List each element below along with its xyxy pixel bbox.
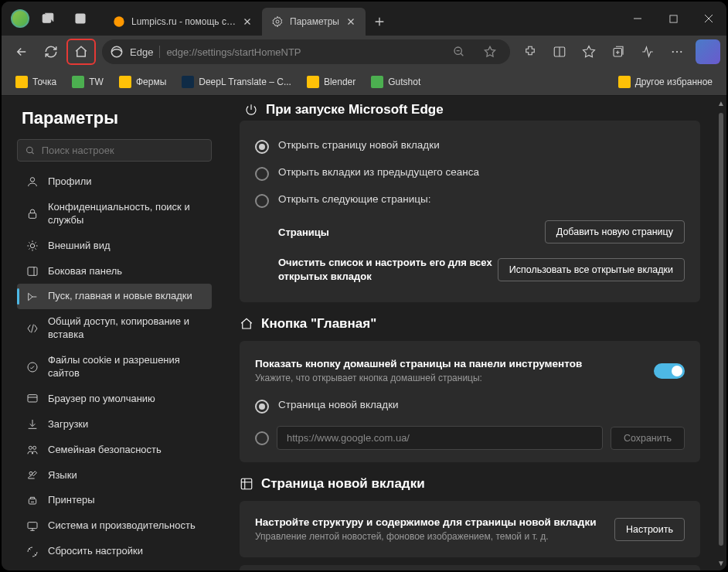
- sidebar-item-4[interactable]: Пуск, главная и новые вкладки: [17, 284, 212, 309]
- svg-rect-1: [76, 14, 85, 23]
- use-all-tabs-button[interactable]: Использовать все открытые вкладки: [498, 258, 685, 281]
- svg-point-3: [276, 20, 279, 23]
- bookmark-item[interactable]: Blender: [301, 73, 362, 91]
- customize-button[interactable]: Настроить: [614, 518, 685, 541]
- svg-rect-21: [29, 499, 36, 504]
- folder-icon: [618, 76, 631, 88]
- section-home-header: Кнопка "Главная": [240, 316, 700, 332]
- folder-icon: [15, 76, 28, 88]
- minimize-button[interactable]: [620, 2, 655, 36]
- sidebar-item-6[interactable]: Файлы cookie и разрешения сайтов: [17, 348, 212, 386]
- home-url-field[interactable]: https://www.google.com.ua/: [277, 426, 603, 450]
- radio-specific[interactable]: [255, 194, 269, 208]
- sidebar-item-2[interactable]: Внешний вид: [17, 233, 212, 259]
- home-card: Показать кнопку домашней страницы на пан…: [240, 341, 700, 462]
- home-toggle[interactable]: [654, 363, 685, 379]
- workspaces-icon[interactable]: [34, 6, 62, 31]
- extensions-icon[interactable]: [516, 39, 544, 64]
- nav-icon: [26, 520, 39, 533]
- address-bar[interactable]: Edge edge://settings/startHomeNTP: [102, 39, 510, 64]
- bookmark-item[interactable]: Фермы: [113, 73, 172, 91]
- scroll-thumb[interactable]: [719, 113, 723, 546]
- favorites-icon[interactable]: [575, 39, 603, 64]
- ntp-icon: [240, 477, 253, 491]
- scroll-up-icon[interactable]: ▲: [714, 96, 726, 111]
- profile-avatar[interactable]: [11, 9, 29, 28]
- sidebar-item-7[interactable]: Браузер по умолчанию: [17, 386, 212, 412]
- sidebar-item-8[interactable]: Загрузки: [17, 412, 212, 438]
- tab-settings[interactable]: Параметры: [262, 8, 366, 36]
- radio-home-url[interactable]: [255, 431, 269, 445]
- bookmark-item[interactable]: Gutshot: [365, 73, 427, 91]
- nav-icon: [26, 291, 39, 303]
- maximize-button[interactable]: [655, 2, 691, 36]
- bookmarks-bar: Точка TW Фермы DeepL Translate – С... Bl…: [2, 68, 726, 96]
- refresh-button[interactable]: [37, 39, 65, 64]
- nav-icon: [26, 361, 39, 373]
- bookmark-item[interactable]: DeepL Translate – С...: [175, 73, 298, 91]
- svg-point-12: [27, 147, 32, 152]
- sidebar-item-12[interactable]: Система и производительность: [17, 513, 212, 539]
- nav-icon: [26, 322, 39, 335]
- split-screen-icon[interactable]: [546, 39, 573, 64]
- sidebar-item-14[interactable]: Телефон и другие устройства: [17, 564, 212, 570]
- search-input[interactable]: [42, 145, 203, 156]
- nav-icon: [26, 175, 39, 188]
- site-icon: [182, 76, 194, 88]
- save-button[interactable]: Сохранить: [611, 427, 685, 450]
- sheet-icon: [72, 76, 84, 88]
- svg-point-11: [680, 51, 682, 53]
- close-window-button[interactable]: [691, 2, 726, 36]
- other-bookmarks[interactable]: Другое избранное: [612, 73, 719, 91]
- scroll-down-icon[interactable]: ▼: [714, 556, 726, 570]
- sidebar-item-3[interactable]: Боковая панель: [17, 259, 212, 284]
- sidebar-item-5[interactable]: Общий доступ, копирование и вставка: [17, 309, 212, 348]
- radio-ntp[interactable]: [255, 140, 269, 154]
- svg-point-5: [111, 46, 122, 57]
- search-settings[interactable]: [17, 139, 212, 162]
- bookmark-item[interactable]: TW: [66, 73, 110, 91]
- svg-point-15: [30, 243, 34, 247]
- menu-icon[interactable]: [663, 39, 691, 64]
- address-url: edge://settings/startHomeNTP: [166, 46, 441, 58]
- scrollbar[interactable]: ▲ ▼: [716, 96, 726, 570]
- copilot-button[interactable]: [696, 39, 720, 64]
- performance-icon[interactable]: [634, 39, 662, 64]
- nav-icon: [26, 444, 39, 456]
- new-tab-button[interactable]: [369, 8, 390, 36]
- sidebar-item-9[interactable]: Семейная безопасность: [17, 438, 212, 463]
- tab-actions-icon[interactable]: [66, 6, 94, 31]
- home-button[interactable]: [66, 39, 96, 65]
- close-icon[interactable]: [242, 16, 253, 27]
- folder-icon: [119, 76, 131, 88]
- tab-lumpics[interactable]: Lumpics.ru - помощь с компьют: [104, 8, 262, 36]
- radio-previous[interactable]: [255, 167, 269, 181]
- svg-point-9: [672, 51, 674, 53]
- nav-icon: [26, 208, 39, 220]
- folder-icon: [307, 76, 319, 88]
- radio-home-ntp[interactable]: [255, 400, 269, 414]
- zoom-icon[interactable]: [447, 39, 471, 64]
- nav-icon: [26, 418, 39, 431]
- close-icon[interactable]: [345, 16, 356, 27]
- nav-icon: [26, 393, 39, 405]
- nav-icon: [26, 546, 39, 558]
- collections-icon[interactable]: [604, 39, 632, 64]
- sidebar-item-10[interactable]: Языки: [17, 463, 212, 489]
- titlebar: Lumpics.ru - помощь с компьют Параметры: [2, 2, 726, 36]
- sidebar-item-1[interactable]: Конфиденциальность, поиск и службы: [17, 195, 212, 233]
- favorite-icon[interactable]: [478, 39, 502, 64]
- sidebar-item-0[interactable]: Профили: [17, 169, 212, 195]
- nav-icon: [26, 469, 39, 482]
- bookmark-item[interactable]: Точка: [9, 73, 63, 91]
- sidebar-item-13[interactable]: Сбросить настройки: [17, 539, 212, 564]
- svg-point-13: [30, 178, 34, 182]
- sidebar-item-11[interactable]: Принтеры: [17, 488, 212, 513]
- section-ntp-header: Страница новой вкладки: [240, 476, 700, 492]
- add-page-button[interactable]: Добавить новую страницу: [545, 220, 685, 243]
- site-icon: [113, 15, 125, 28]
- section-startup-header: При запуске Microsoft Edge: [240, 102, 700, 117]
- settings-main: При запуске Microsoft Edge Открыть стран…: [219, 96, 716, 570]
- svg-point-19: [29, 446, 32, 449]
- back-button[interactable]: [8, 39, 36, 64]
